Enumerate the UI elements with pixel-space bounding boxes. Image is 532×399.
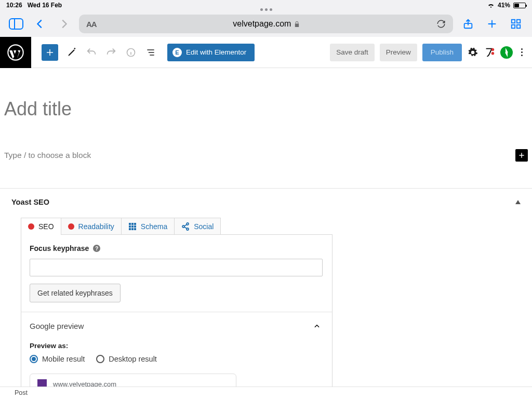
status-time: 10:26 (6, 2, 22, 9)
svg-point-8 (491, 52, 495, 55)
collapse-caret-icon[interactable] (515, 200, 521, 204)
svg-rect-1 (512, 20, 515, 23)
redo-icon (105, 46, 117, 59)
safari-address-bar[interactable]: AA velvetpage.com (79, 15, 453, 33)
tab-schema-label: Schema (141, 222, 167, 231)
svg-rect-4 (517, 25, 520, 28)
reader-aa-icon[interactable]: AA (86, 20, 97, 29)
svg-point-20 (187, 228, 189, 230)
safari-forward-button (55, 15, 73, 33)
elementor-button-label: Edit with Elementor (186, 48, 246, 56)
lock-icon (294, 21, 300, 28)
svg-rect-14 (134, 225, 136, 228)
post-title-input[interactable]: Add title (4, 98, 528, 120)
svg-point-7 (491, 48, 495, 51)
block-placeholder[interactable]: Type / to choose a block (4, 151, 515, 160)
focus-keyphrase-input[interactable] (30, 259, 323, 276)
reload-icon[interactable] (436, 19, 446, 29)
yoast-seo-tab-content: Focus keyphrase ? Get related keyphrases… (21, 234, 332, 387)
preview-button[interactable]: Preview (380, 44, 417, 61)
info-icon[interactable] (125, 46, 137, 59)
google-preview-heading[interactable]: Google preview (30, 322, 84, 330)
tab-readability[interactable]: Readability (61, 218, 122, 235)
get-related-keyphrases-button[interactable]: Get related keyphrases (30, 284, 121, 302)
safari-url: velvetpage.com (233, 19, 291, 29)
site-favicon-icon (37, 379, 47, 387)
tab-schema[interactable]: Schema (122, 218, 175, 235)
svg-rect-3 (512, 25, 515, 28)
desktop-result-label: Desktop result (109, 355, 157, 363)
safari-sidebar-button[interactable] (7, 15, 25, 33)
preview-as-label: Preview as: (30, 342, 324, 350)
svg-rect-13 (131, 225, 134, 228)
elementor-e-icon: E (172, 48, 182, 57)
wifi-icon (487, 3, 495, 8)
tabs-overview-button[interactable] (507, 15, 525, 33)
google-preview-card: www.velvetpage.com (30, 374, 236, 387)
svg-rect-12 (129, 225, 131, 228)
svg-rect-11 (134, 223, 136, 225)
battery-percentage: 41% (498, 2, 510, 9)
svg-rect-17 (134, 228, 136, 230)
battery-icon (513, 3, 526, 8)
wordpress-logo[interactable] (0, 37, 31, 68)
mobile-result-label: Mobile result (42, 355, 85, 363)
breadcrumb-post: Post (15, 389, 28, 396)
inline-add-block-button[interactable] (515, 149, 528, 162)
tab-social[interactable]: Social (175, 218, 221, 235)
radio-checked-icon (30, 355, 38, 363)
svg-rect-10 (131, 223, 134, 225)
tab-readability-label: Readability (78, 222, 114, 231)
outline-icon[interactable] (144, 46, 157, 59)
undo-icon (85, 46, 98, 59)
desktop-result-option[interactable]: Desktop result (96, 355, 157, 363)
new-tab-button[interactable] (483, 15, 501, 33)
status-date: Wed 16 Feb (28, 2, 62, 9)
svg-rect-9 (129, 223, 131, 225)
editor-canvas[interactable]: Add title Type / to choose a block (0, 68, 532, 189)
jetpack-icon[interactable] (500, 46, 513, 59)
safari-back-button[interactable] (31, 15, 49, 33)
edit-mode-icon[interactable] (65, 46, 78, 59)
radio-unchecked-icon (96, 355, 104, 363)
settings-gear-icon[interactable] (467, 47, 478, 58)
tab-seo[interactable]: SEO (21, 218, 61, 235)
chevron-up-icon[interactable] (313, 323, 321, 330)
yoast-panel-title: Yoast SEO (11, 198, 49, 206)
schema-grid-icon (128, 222, 137, 231)
share-nodes-icon (181, 222, 190, 231)
publish-button[interactable]: Publish (422, 44, 462, 61)
svg-point-18 (182, 225, 184, 228)
help-icon[interactable]: ? (93, 245, 100, 252)
mobile-result-option[interactable]: Mobile result (30, 355, 85, 363)
section-divider (21, 312, 332, 312)
save-draft-button[interactable]: Save draft (330, 44, 375, 61)
svg-rect-16 (131, 228, 134, 230)
more-options-icon[interactable] (518, 48, 526, 56)
readability-status-dot-icon (68, 223, 74, 230)
svg-rect-15 (129, 228, 131, 230)
svg-point-19 (187, 223, 189, 225)
focus-keyphrase-label: Focus keyphrase (30, 244, 89, 252)
yoast-icon[interactable] (484, 47, 495, 58)
editor-breadcrumb[interactable]: Post (0, 387, 532, 399)
editor-header: E Edit with Elementor Save draft Preview… (31, 37, 532, 68)
svg-rect-2 (517, 20, 520, 23)
yoast-seo-panel: Yoast SEO SEO Readability Schema Social … (0, 189, 532, 387)
seo-status-dot-icon (28, 223, 34, 230)
safari-toolbar: AA velvetpage.com (0, 11, 532, 37)
tab-seo-label: SEO (38, 222, 54, 231)
add-block-button[interactable] (42, 44, 58, 61)
share-button[interactable] (459, 15, 477, 33)
serp-domain: www.velvetpage.com (53, 380, 116, 388)
yoast-tabs: SEO Readability Schema Social (21, 218, 521, 235)
tab-social-label: Social (194, 222, 214, 231)
edit-with-elementor-button[interactable]: E Edit with Elementor (167, 44, 255, 61)
